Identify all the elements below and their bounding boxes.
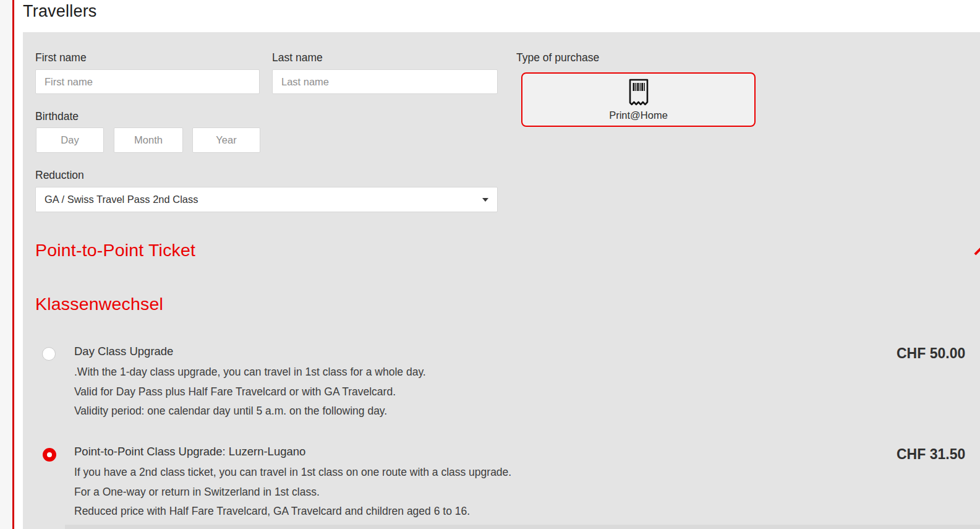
- page-title: Travellers: [23, 2, 97, 21]
- panel-bottom-edge: [65, 525, 980, 529]
- radio-point-to-point-class-upgrade[interactable]: [43, 448, 56, 462]
- last-name-label: Last name: [272, 51, 323, 64]
- birth-day-input[interactable]: [36, 127, 104, 153]
- birth-month-input[interactable]: [114, 127, 183, 153]
- reduction-label: Reduction: [35, 169, 84, 182]
- caret-down-icon: [482, 198, 488, 202]
- option-description-line: For a One-way or return in Switzerland i…: [74, 483, 511, 502]
- birth-year-input[interactable]: [192, 127, 260, 153]
- red-left-border: [12, 0, 14, 529]
- option-description: If you have a 2nd class ticket, you can …: [74, 463, 511, 522]
- first-name-input[interactable]: [35, 69, 260, 94]
- reduction-selected-value: GA / Swiss Travel Pass 2nd Class: [45, 194, 482, 205]
- option-description-line: .With the 1-day class upgrade, you can t…: [74, 363, 426, 382]
- option-description-line: Validity period: one calendar day until …: [74, 402, 426, 421]
- option-price: CHF 50.00: [897, 345, 965, 362]
- reduction-select[interactable]: GA / Swiss Travel Pass 2nd Class: [35, 187, 498, 212]
- birthdate-label: Birthdate: [35, 110, 79, 123]
- type-of-purchase-label: Type of purchase: [516, 51, 599, 64]
- option-price: CHF 31.50: [897, 446, 965, 463]
- print-at-home-tile[interactable]: Print@Home: [521, 72, 756, 127]
- radio-day-class-upgrade[interactable]: [42, 347, 56, 361]
- option-description-line: If you have a 2nd class ticket, you can …: [74, 463, 511, 483]
- point-to-point-ticket-heading: Point-to-Point Ticket: [35, 240, 980, 260]
- ticket-icon: [627, 79, 650, 107]
- option-title[interactable]: Day Class Upgrade: [74, 345, 173, 358]
- first-name-label: First name: [35, 51, 87, 64]
- option-title[interactable]: Point-to-Point Class Upgrade: Luzern-Lug…: [74, 445, 305, 458]
- option-description-line: Reduced price with Half Fare Travelcard,…: [74, 502, 511, 522]
- last-name-input[interactable]: [272, 69, 498, 94]
- section-header-point-to-point[interactable]: Point-to-Point Ticket: [35, 240, 980, 260]
- klassenwechsel-heading: Klassenwechsel: [35, 294, 163, 314]
- option-description: .With the 1-day class upgrade, you can t…: [74, 363, 426, 421]
- option-description-line: Valid for Day Pass plus Half Fare Travel…: [74, 382, 426, 402]
- print-at-home-label: Print@Home: [609, 110, 668, 121]
